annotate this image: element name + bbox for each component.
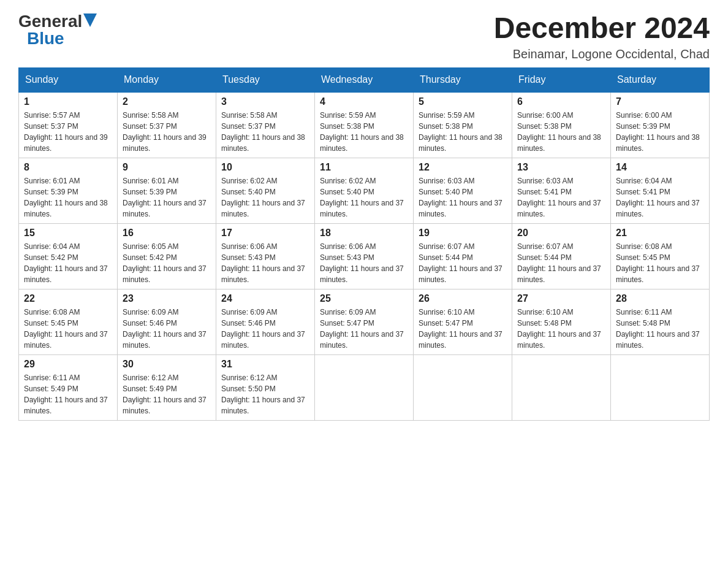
day-info: Sunrise: 6:12 AMSunset: 5:50 PMDaylight:… xyxy=(221,372,309,416)
calendar-week-row: 15Sunrise: 6:04 AMSunset: 5:42 PMDayligh… xyxy=(19,223,710,289)
day-info: Sunrise: 6:04 AMSunset: 5:41 PMDaylight:… xyxy=(616,175,704,220)
day-number: 16 xyxy=(123,228,211,239)
calendar-cell: 21Sunrise: 6:08 AMSunset: 5:45 PMDayligh… xyxy=(611,223,710,289)
calendar-cell xyxy=(315,354,414,420)
day-number: 7 xyxy=(616,96,704,107)
day-info: Sunrise: 6:12 AMSunset: 5:49 PMDaylight:… xyxy=(123,372,211,416)
calendar-cell: 20Sunrise: 6:07 AMSunset: 5:44 PMDayligh… xyxy=(512,223,611,289)
day-number: 31 xyxy=(221,359,309,370)
day-info: Sunrise: 6:09 AMSunset: 5:47 PMDaylight:… xyxy=(320,307,408,351)
day-info: Sunrise: 6:01 AMSunset: 5:39 PMDaylight:… xyxy=(123,175,211,220)
calendar-cell: 9Sunrise: 6:01 AMSunset: 5:39 PMDaylight… xyxy=(118,158,216,223)
month-title: December 2024 xyxy=(494,12,710,45)
calendar-cell: 31Sunrise: 6:12 AMSunset: 5:50 PMDayligh… xyxy=(216,354,315,420)
day-info: Sunrise: 6:09 AMSunset: 5:46 PMDaylight:… xyxy=(221,307,309,351)
calendar-week-row: 1Sunrise: 5:57 AMSunset: 5:37 PMDaylight… xyxy=(19,92,710,158)
day-info: Sunrise: 6:06 AMSunset: 5:43 PMDaylight:… xyxy=(221,241,309,285)
header: General Blue December 2024 Beinamar, Log… xyxy=(18,12,710,61)
day-number: 5 xyxy=(419,96,507,107)
day-info: Sunrise: 6:05 AMSunset: 5:42 PMDaylight:… xyxy=(123,241,211,285)
calendar-cell: 29Sunrise: 6:11 AMSunset: 5:49 PMDayligh… xyxy=(19,354,118,420)
header-sunday: Sunday xyxy=(19,67,118,92)
day-number: 29 xyxy=(24,359,112,370)
day-info: Sunrise: 6:08 AMSunset: 5:45 PMDaylight:… xyxy=(24,307,112,351)
day-info: Sunrise: 5:59 AMSunset: 5:38 PMDaylight:… xyxy=(320,110,408,154)
day-info: Sunrise: 6:04 AMSunset: 5:42 PMDaylight:… xyxy=(24,241,112,285)
title-area: December 2024 Beinamar, Logone Occidenta… xyxy=(494,12,710,61)
day-info: Sunrise: 6:01 AMSunset: 5:39 PMDaylight:… xyxy=(24,175,112,220)
header-saturday: Saturday xyxy=(611,67,710,92)
day-number: 18 xyxy=(320,228,408,239)
calendar-cell: 25Sunrise: 6:09 AMSunset: 5:47 PMDayligh… xyxy=(315,289,414,354)
day-number: 28 xyxy=(616,293,704,304)
calendar-cell: 14Sunrise: 6:04 AMSunset: 5:41 PMDayligh… xyxy=(611,158,710,223)
day-number: 12 xyxy=(419,162,507,173)
logo-blue-text: Blue xyxy=(27,30,64,47)
day-info: Sunrise: 6:02 AMSunset: 5:40 PMDaylight:… xyxy=(320,175,408,220)
logo-general-text: General xyxy=(18,13,82,30)
day-info: Sunrise: 6:00 AMSunset: 5:39 PMDaylight:… xyxy=(616,110,704,154)
day-number: 30 xyxy=(123,359,211,370)
day-number: 23 xyxy=(123,293,211,304)
calendar-cell: 12Sunrise: 6:03 AMSunset: 5:40 PMDayligh… xyxy=(414,158,512,223)
day-info: Sunrise: 6:07 AMSunset: 5:44 PMDaylight:… xyxy=(517,241,605,285)
day-info: Sunrise: 6:02 AMSunset: 5:40 PMDaylight:… xyxy=(221,175,309,220)
calendar-cell: 30Sunrise: 6:12 AMSunset: 5:49 PMDayligh… xyxy=(118,354,216,420)
day-info: Sunrise: 6:07 AMSunset: 5:44 PMDaylight:… xyxy=(419,241,507,285)
calendar-cell: 15Sunrise: 6:04 AMSunset: 5:42 PMDayligh… xyxy=(19,223,118,289)
calendar-cell xyxy=(512,354,611,420)
day-number: 14 xyxy=(616,162,704,173)
calendar-cell: 8Sunrise: 6:01 AMSunset: 5:39 PMDaylight… xyxy=(19,158,118,223)
day-number: 20 xyxy=(517,228,605,239)
calendar-cell: 24Sunrise: 6:09 AMSunset: 5:46 PMDayligh… xyxy=(216,289,315,354)
calendar-cell: 6Sunrise: 6:00 AMSunset: 5:38 PMDaylight… xyxy=(512,92,611,158)
calendar-week-row: 29Sunrise: 6:11 AMSunset: 5:49 PMDayligh… xyxy=(19,354,710,420)
calendar-cell: 26Sunrise: 6:10 AMSunset: 5:47 PMDayligh… xyxy=(414,289,512,354)
logo: General Blue xyxy=(18,12,97,47)
day-number: 13 xyxy=(517,162,605,173)
day-info: Sunrise: 6:03 AMSunset: 5:41 PMDaylight:… xyxy=(517,175,605,220)
day-info: Sunrise: 6:08 AMSunset: 5:45 PMDaylight:… xyxy=(616,241,704,285)
day-info: Sunrise: 6:10 AMSunset: 5:47 PMDaylight:… xyxy=(419,307,507,351)
day-number: 11 xyxy=(320,162,408,173)
day-number: 24 xyxy=(221,293,309,304)
day-number: 15 xyxy=(24,228,112,239)
svg-marker-0 xyxy=(83,13,97,27)
day-info: Sunrise: 5:58 AMSunset: 5:37 PMDaylight:… xyxy=(123,110,211,154)
calendar-cell: 18Sunrise: 6:06 AMSunset: 5:43 PMDayligh… xyxy=(315,223,414,289)
day-number: 3 xyxy=(221,96,309,107)
day-info: Sunrise: 6:11 AMSunset: 5:49 PMDaylight:… xyxy=(24,372,112,416)
day-number: 1 xyxy=(24,96,112,107)
calendar-cell xyxy=(611,354,710,420)
calendar-table: SundayMondayTuesdayWednesdayThursdayFrid… xyxy=(18,67,710,421)
header-monday: Monday xyxy=(118,67,216,92)
day-number: 19 xyxy=(419,228,507,239)
calendar-cell: 2Sunrise: 5:58 AMSunset: 5:37 PMDaylight… xyxy=(118,92,216,158)
calendar-cell: 10Sunrise: 6:02 AMSunset: 5:40 PMDayligh… xyxy=(216,158,315,223)
header-friday: Friday xyxy=(512,67,611,92)
day-number: 26 xyxy=(419,293,507,304)
day-info: Sunrise: 6:11 AMSunset: 5:48 PMDaylight:… xyxy=(616,307,704,351)
calendar-cell: 17Sunrise: 6:06 AMSunset: 5:43 PMDayligh… xyxy=(216,223,315,289)
day-info: Sunrise: 5:57 AMSunset: 5:37 PMDaylight:… xyxy=(24,110,112,154)
day-info: Sunrise: 5:59 AMSunset: 5:38 PMDaylight:… xyxy=(419,110,507,154)
location-title: Beinamar, Logone Occidental, Chad xyxy=(494,47,710,61)
day-info: Sunrise: 6:10 AMSunset: 5:48 PMDaylight:… xyxy=(517,307,605,351)
calendar-cell: 22Sunrise: 6:08 AMSunset: 5:45 PMDayligh… xyxy=(19,289,118,354)
day-number: 9 xyxy=(123,162,211,173)
header-wednesday: Wednesday xyxy=(315,67,414,92)
day-number: 21 xyxy=(616,228,704,239)
calendar-cell: 1Sunrise: 5:57 AMSunset: 5:37 PMDaylight… xyxy=(19,92,118,158)
calendar-week-row: 8Sunrise: 6:01 AMSunset: 5:39 PMDaylight… xyxy=(19,158,710,223)
calendar-cell: 3Sunrise: 5:58 AMSunset: 5:37 PMDaylight… xyxy=(216,92,315,158)
day-number: 17 xyxy=(221,228,309,239)
calendar-cell: 27Sunrise: 6:10 AMSunset: 5:48 PMDayligh… xyxy=(512,289,611,354)
day-number: 10 xyxy=(221,162,309,173)
day-info: Sunrise: 6:03 AMSunset: 5:40 PMDaylight:… xyxy=(419,175,507,220)
calendar-cell: 11Sunrise: 6:02 AMSunset: 5:40 PMDayligh… xyxy=(315,158,414,223)
calendar-cell: 19Sunrise: 6:07 AMSunset: 5:44 PMDayligh… xyxy=(414,223,512,289)
calendar-cell: 7Sunrise: 6:00 AMSunset: 5:39 PMDaylight… xyxy=(611,92,710,158)
day-info: Sunrise: 6:09 AMSunset: 5:46 PMDaylight:… xyxy=(123,307,211,351)
calendar-cell: 13Sunrise: 6:03 AMSunset: 5:41 PMDayligh… xyxy=(512,158,611,223)
calendar-cell: 5Sunrise: 5:59 AMSunset: 5:38 PMDaylight… xyxy=(414,92,512,158)
